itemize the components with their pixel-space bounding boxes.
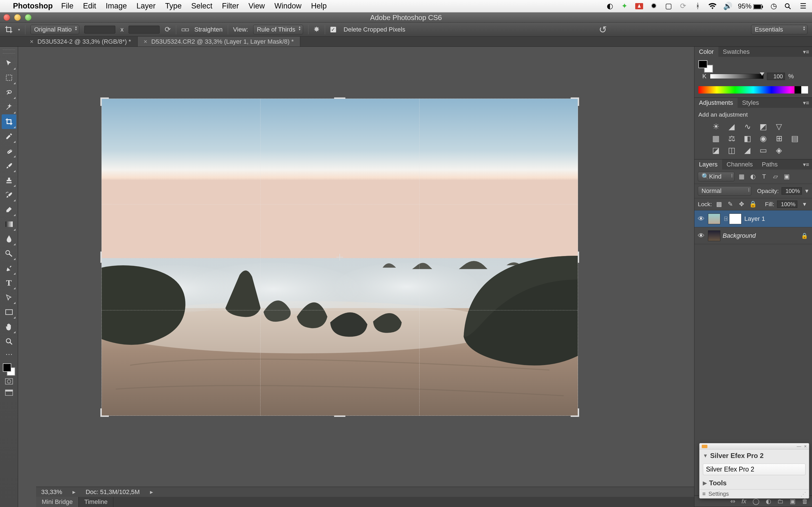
fx-icon[interactable]: fx (742, 498, 746, 505)
crop-tool-icon[interactable] (4, 25, 13, 34)
path-tool[interactable] (2, 290, 16, 305)
levels-icon[interactable]: ◢ (726, 122, 737, 130)
stamp-tool[interactable] (2, 173, 16, 187)
menu-window[interactable]: Window (274, 2, 301, 10)
document-tab[interactable]: × D53U5324.CR2 @ 33,3% (Layer 1, Layer M… (138, 37, 300, 47)
document-canvas[interactable] (101, 99, 578, 416)
crop-ratio-dropdown[interactable]: Original Ratio▲▼ (31, 25, 79, 34)
opacity-menu-icon[interactable]: ▾ (805, 187, 809, 194)
plugin-titlebar[interactable]: — × (700, 443, 809, 450)
layer-thumb[interactable] (708, 230, 720, 241)
gradient-map-icon[interactable]: ▭ (758, 146, 768, 154)
filter-pixel-icon[interactable]: ▦ (737, 173, 746, 180)
tool-more-icon[interactable]: ⋯ (2, 349, 16, 360)
color-balance-icon[interactable]: ⚖ (726, 134, 737, 142)
vibrance-icon[interactable]: ▽ (774, 122, 784, 130)
lock-all-icon[interactable]: 🔒 (749, 201, 757, 208)
menu-edit[interactable]: Edit (83, 2, 96, 10)
crop-view-dropdown[interactable]: Rule of Thirds▲▼ (253, 25, 303, 34)
reset-crop-icon[interactable]: ↺ (599, 24, 607, 35)
pen-tool[interactable] (2, 261, 16, 276)
user-status-icon[interactable]: ♟ (635, 3, 643, 9)
lock-move-icon[interactable]: ✥ (737, 201, 746, 208)
dodge-tool[interactable] (2, 246, 16, 261)
panel-menu-icon[interactable]: ▾≡ (800, 47, 812, 57)
filter-smart-icon[interactable]: ▣ (782, 173, 791, 180)
airplay-icon[interactable]: ▢ (665, 2, 672, 10)
visibility-icon[interactable]: 👁 (695, 215, 708, 223)
move-tool[interactable] (2, 56, 16, 70)
layer-name[interactable]: Layer 1 (744, 215, 765, 223)
rotate-icon[interactable]: ⟳ (165, 25, 171, 34)
lock-trans-icon[interactable]: ▩ (715, 201, 723, 208)
eraser-tool[interactable] (2, 202, 16, 217)
tab-color[interactable]: Color (695, 47, 718, 57)
evernote-icon[interactable]: ✹ (650, 2, 658, 10)
tab-mini-bridge[interactable]: Mini Bridge (36, 497, 79, 507)
plugin-launch-button[interactable]: Silver Efex Pro 2 (703, 464, 806, 475)
gradient-tool[interactable] (2, 217, 16, 231)
invert-icon[interactable]: ◪ (711, 146, 721, 154)
crop-handle-r[interactable] (576, 251, 579, 263)
menu-file[interactable]: File (61, 2, 73, 10)
menu-help[interactable]: Help (311, 2, 327, 10)
panel-menu-icon[interactable]: ▾≡ (800, 98, 812, 108)
timemachine-icon[interactable]: ⟳ (679, 2, 687, 10)
wand-tool[interactable] (2, 100, 16, 114)
document-tab[interactable]: × D53U5324-2 @ 33,3% (RGB/8*) * (24, 37, 138, 47)
quick-mask-icon[interactable] (2, 376, 16, 387)
hand-tool[interactable] (2, 320, 16, 334)
crop-handle-bl[interactable] (100, 408, 109, 417)
plugin-settings-label[interactable]: Settings (709, 491, 729, 497)
crop-settings-icon[interactable]: ✸ (313, 25, 320, 34)
notifications-icon[interactable]: ☰ (799, 2, 807, 10)
lookup-icon[interactable]: ▤ (790, 134, 800, 142)
straighten-icon[interactable] (181, 26, 189, 33)
group-icon[interactable]: 🗀 (777, 498, 783, 505)
filter-adjust-icon[interactable]: ◐ (749, 173, 757, 180)
canvas-area[interactable]: 33,33% ▶ Doc: 51,3M/102,5M ▶ Mini Bridge… (18, 47, 694, 507)
lock-paint-icon[interactable]: ✎ (726, 201, 734, 208)
posterize-icon[interactable]: ◫ (726, 146, 737, 154)
app-menu[interactable]: Photoshop (13, 2, 53, 10)
opacity-input[interactable] (781, 187, 802, 194)
layer-mask-thumb[interactable] (729, 214, 742, 224)
type-tool[interactable]: T (2, 276, 16, 290)
zoom-tool[interactable] (2, 334, 16, 349)
menu-select[interactable]: Select (191, 2, 212, 10)
toolbox-grip[interactable] (3, 50, 15, 54)
bluetooth-icon[interactable]: ᚼ (694, 2, 702, 10)
link-layers-icon[interactable]: ⇔ (730, 498, 735, 505)
tab-layers[interactable]: Layers (695, 159, 722, 170)
tab-adjustments[interactable]: Adjustments (695, 98, 738, 108)
plugin-panel[interactable]: — × ▼ Silver Efex Pro 2 Silver Efex Pro … (699, 443, 809, 499)
hue-strip[interactable] (698, 86, 808, 94)
tab-timeline[interactable]: Timeline (79, 497, 113, 507)
filter-type-icon[interactable]: T (760, 173, 768, 180)
wifi-icon[interactable] (709, 3, 716, 9)
bw-icon[interactable]: ◧ (742, 134, 753, 142)
fill-menu-icon[interactable]: ▾ (800, 201, 809, 208)
workspace-dropdown[interactable]: Essentials▲▼ (751, 25, 808, 34)
healing-tool[interactable] (2, 144, 16, 158)
color-swatch-pair[interactable] (698, 60, 713, 73)
screen-mode-icon[interactable] (2, 387, 16, 398)
crop-handle-tl[interactable] (100, 98, 109, 106)
blend-mode-dropdown[interactable]: Normal (698, 186, 751, 196)
k-value-input[interactable] (767, 73, 785, 80)
clock-icon[interactable]: ◷ (770, 2, 777, 10)
k-slider[interactable] (710, 74, 763, 79)
plugin-close-icon[interactable]: × (804, 444, 807, 449)
crop-overlay[interactable] (101, 99, 578, 416)
menu-filter[interactable]: Filter (222, 2, 239, 10)
volume-icon[interactable]: 🔊 (723, 2, 731, 10)
doc-menu-icon[interactable]: ▶ (150, 490, 153, 494)
plugin-minimize-icon[interactable]: — (797, 444, 801, 449)
shape-tool[interactable] (2, 305, 16, 320)
crop-height-input[interactable] (129, 25, 160, 34)
plugin-settings-icon[interactable]: ≡ (702, 491, 706, 497)
spotlight-icon[interactable] (784, 3, 792, 10)
layer-name[interactable]: Background (723, 232, 756, 239)
photo-filter-icon[interactable]: ◉ (758, 134, 768, 142)
crop-tool[interactable] (2, 114, 16, 129)
